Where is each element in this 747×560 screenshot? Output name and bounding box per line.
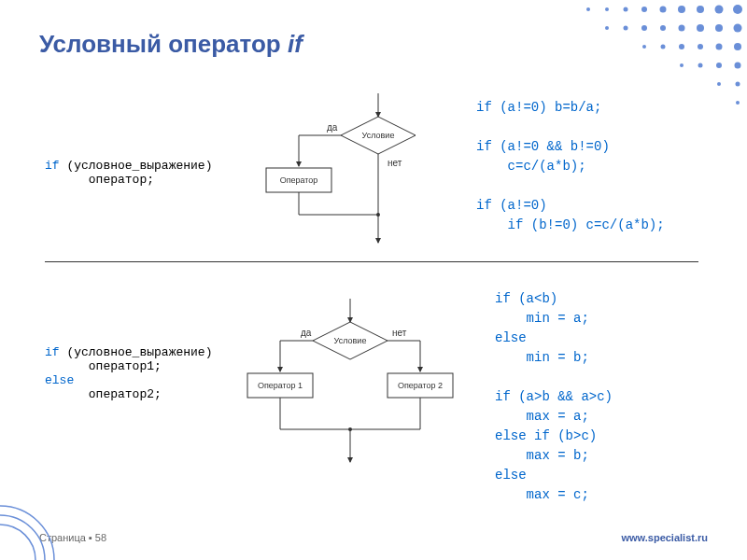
svg-point-29 xyxy=(736,101,740,105)
svg-point-9 xyxy=(605,26,609,30)
slide-title: Условный оператор if xyxy=(39,30,303,59)
svg-point-54 xyxy=(0,515,45,560)
title-text: Условный оператор xyxy=(39,30,288,58)
svg-point-22 xyxy=(734,43,741,50)
flow-condition-label: Условие xyxy=(362,131,395,140)
flow-yes-label-2: да xyxy=(301,328,312,338)
svg-point-0 xyxy=(586,7,590,11)
syntax-if-simple: if (условное_выражение) оператор; xyxy=(45,159,212,187)
svg-point-16 xyxy=(734,24,742,33)
svg-point-23 xyxy=(680,63,684,67)
svg-point-10 xyxy=(624,26,628,31)
code-example-top: if (a!=0) b=b/a; if (a!=0 && b!=0) c=c/(… xyxy=(476,98,665,235)
svg-point-24 xyxy=(698,63,703,68)
flow-operator-label: Оператор xyxy=(280,175,318,185)
flow-no-label: нет xyxy=(388,158,402,168)
page-number: Страница ▪ 58 xyxy=(39,532,106,543)
svg-point-15 xyxy=(715,24,723,32)
flow-operator1-label: Оператор 1 xyxy=(258,381,303,390)
svg-point-12 xyxy=(660,25,666,31)
svg-point-21 xyxy=(716,44,723,50)
svg-point-28 xyxy=(736,82,740,87)
section-divider xyxy=(45,261,698,262)
svg-point-20 xyxy=(698,44,703,49)
svg-point-5 xyxy=(678,6,685,13)
svg-point-11 xyxy=(641,25,647,31)
svg-point-26 xyxy=(735,63,741,69)
svg-point-55 xyxy=(0,525,35,560)
title-keyword: if xyxy=(288,30,303,58)
footer-url: www.specialist.ru xyxy=(621,532,708,543)
syntax-if-else: if (условное_выражение) оператор1; else … xyxy=(45,345,212,401)
svg-point-6 xyxy=(697,6,704,13)
svg-point-27 xyxy=(717,82,721,86)
svg-point-4 xyxy=(660,7,667,13)
svg-point-2 xyxy=(624,7,628,12)
svg-point-7 xyxy=(715,6,724,14)
svg-point-13 xyxy=(679,25,685,32)
svg-point-14 xyxy=(697,24,704,32)
svg-point-18 xyxy=(661,45,666,49)
flow-no-label-2: нет xyxy=(392,328,407,338)
flow-operator2-label: Оператор 2 xyxy=(398,381,443,390)
flowchart-if-simple: Условие да Оператор нет xyxy=(252,93,448,252)
svg-point-3 xyxy=(641,7,647,12)
svg-point-19 xyxy=(679,44,684,49)
flow-yes-label: да xyxy=(327,122,338,133)
svg-point-17 xyxy=(642,45,646,49)
svg-point-8 xyxy=(733,5,742,14)
code-example-bottom: if (a<b) min = a; else min = b; if (a>b … xyxy=(495,289,613,505)
flow-condition-label-2: Условие xyxy=(334,336,367,345)
svg-point-25 xyxy=(716,63,722,68)
flowchart-if-else: Условие да Оператор 1 нет Оператор 2 xyxy=(233,299,467,476)
svg-point-1 xyxy=(605,7,609,11)
